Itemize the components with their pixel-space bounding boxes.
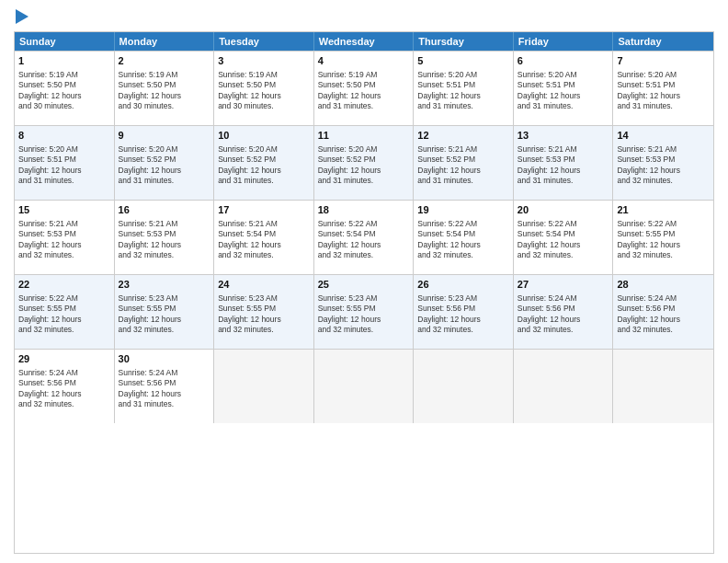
cell-info: Daylight: 12 hours <box>18 166 110 176</box>
cell-info: Sunrise: 5:20 AM <box>417 70 509 80</box>
calendar-cell: 19Sunrise: 5:22 AMSunset: 5:54 PMDayligh… <box>414 201 514 274</box>
calendar-cell: 20Sunrise: 5:22 AMSunset: 5:54 PMDayligh… <box>514 201 614 274</box>
cell-info: Sunset: 5:56 PM <box>18 378 110 388</box>
day-number: 13 <box>518 129 609 143</box>
page: SundayMondayTuesdayWednesdayThursdayFrid… <box>0 0 728 563</box>
calendar-cell: 23Sunrise: 5:23 AMSunset: 5:55 PMDayligh… <box>115 275 215 349</box>
cell-info: Sunrise: 5:23 AM <box>119 293 210 304</box>
day-number: 28 <box>617 278 710 292</box>
cell-info: Sunrise: 5:24 AM <box>18 368 110 378</box>
day-number: 16 <box>119 203 210 217</box>
cell-info: Sunrise: 5:20 AM <box>119 144 210 155</box>
cell-info: and 31 minutes. <box>318 176 410 186</box>
cell-info: Sunrise: 5:23 AM <box>417 293 509 304</box>
calendar-cell: 21Sunrise: 5:22 AMSunset: 5:55 PMDayligh… <box>613 201 713 274</box>
cell-info: and 31 minutes. <box>218 176 310 186</box>
cell-info: Daylight: 12 hours <box>617 91 710 101</box>
cell-info: Sunrise: 5:22 AM <box>318 219 410 229</box>
cell-info: Sunset: 5:51 PM <box>18 155 110 165</box>
cell-info: and 32 minutes. <box>417 325 509 335</box>
cell-info: Sunset: 5:54 PM <box>218 229 310 239</box>
cell-info: Sunset: 5:54 PM <box>518 229 609 239</box>
calendar-cell: 8Sunrise: 5:20 AMSunset: 5:51 PMDaylight… <box>15 126 115 200</box>
col-header-monday: Monday <box>115 32 215 51</box>
cell-info: Sunset: 5:55 PM <box>218 304 310 314</box>
col-header-wednesday: Wednesday <box>314 32 415 51</box>
calendar-cell: 10Sunrise: 5:20 AMSunset: 5:52 PMDayligh… <box>214 126 314 200</box>
cell-info: Sunrise: 5:19 AM <box>218 70 310 80</box>
cell-info: and 31 minutes. <box>417 176 509 186</box>
cell-info: and 30 minutes. <box>119 101 210 111</box>
cell-info: Sunset: 5:56 PM <box>617 304 710 314</box>
cell-info: Sunrise: 5:24 AM <box>617 293 710 304</box>
day-number: 7 <box>617 54 710 68</box>
day-number: 2 <box>119 54 210 68</box>
calendar-cell: 22Sunrise: 5:22 AMSunset: 5:55 PMDayligh… <box>15 275 115 349</box>
cell-info: Sunset: 5:55 PM <box>18 304 110 314</box>
logo-arrow-icon <box>16 9 28 24</box>
day-number: 30 <box>119 352 210 366</box>
cell-info: and 32 minutes. <box>617 250 710 260</box>
cell-info: Sunset: 5:53 PM <box>119 229 210 239</box>
calendar-row-1: 8Sunrise: 5:20 AMSunset: 5:51 PMDaylight… <box>15 125 713 200</box>
cell-info: and 32 minutes. <box>318 325 410 335</box>
calendar-cell <box>613 350 713 423</box>
cell-info: Sunset: 5:56 PM <box>518 304 609 314</box>
calendar-body: 1Sunrise: 5:19 AMSunset: 5:50 PMDaylight… <box>15 51 713 423</box>
cell-info: Daylight: 12 hours <box>18 389 110 399</box>
calendar: SundayMondayTuesdayWednesdayThursdayFrid… <box>14 31 714 554</box>
cell-info: Daylight: 12 hours <box>18 315 110 325</box>
cell-info: Daylight: 12 hours <box>119 166 210 176</box>
cell-info: Sunset: 5:50 PM <box>119 80 210 90</box>
cell-info: Sunrise: 5:21 AM <box>617 144 710 155</box>
cell-info: Sunrise: 5:19 AM <box>18 70 110 80</box>
calendar-cell: 16Sunrise: 5:21 AMSunset: 5:53 PMDayligh… <box>115 201 215 274</box>
day-number: 24 <box>218 278 310 292</box>
calendar-cell: 2Sunrise: 5:19 AMSunset: 5:50 PMDaylight… <box>115 52 215 125</box>
day-number: 29 <box>18 352 110 366</box>
cell-info: and 31 minutes. <box>18 176 110 186</box>
cell-info: Daylight: 12 hours <box>318 315 410 325</box>
cell-info: Sunrise: 5:20 AM <box>218 144 310 155</box>
cell-info: Daylight: 12 hours <box>18 91 110 101</box>
header <box>14 9 714 24</box>
calendar-cell <box>314 350 415 423</box>
cell-info: Daylight: 12 hours <box>218 315 310 325</box>
cell-info: Sunrise: 5:21 AM <box>119 219 210 229</box>
cell-info: Sunset: 5:55 PM <box>318 304 410 314</box>
day-number: 5 <box>417 54 509 68</box>
cell-info: Sunset: 5:55 PM <box>119 304 210 314</box>
cell-info: Sunrise: 5:20 AM <box>318 144 410 155</box>
cell-info: Daylight: 12 hours <box>119 315 210 325</box>
day-number: 3 <box>218 54 310 68</box>
cell-info: Daylight: 12 hours <box>417 240 509 250</box>
calendar-cell: 14Sunrise: 5:21 AMSunset: 5:53 PMDayligh… <box>613 126 713 200</box>
calendar-cell: 24Sunrise: 5:23 AMSunset: 5:55 PMDayligh… <box>214 275 314 349</box>
cell-info: Sunrise: 5:19 AM <box>318 70 410 80</box>
day-number: 20 <box>518 203 609 217</box>
cell-info: Daylight: 12 hours <box>318 91 410 101</box>
calendar-cell: 4Sunrise: 5:19 AMSunset: 5:50 PMDaylight… <box>314 52 415 125</box>
calendar-cell: 18Sunrise: 5:22 AMSunset: 5:54 PMDayligh… <box>314 201 415 274</box>
cell-info: Sunset: 5:51 PM <box>617 80 710 90</box>
calendar-cell: 3Sunrise: 5:19 AMSunset: 5:50 PMDaylight… <box>214 52 314 125</box>
cell-info: Sunset: 5:50 PM <box>18 80 110 90</box>
cell-info: Daylight: 12 hours <box>218 240 310 250</box>
cell-info: Sunset: 5:51 PM <box>417 80 509 90</box>
cell-info: Daylight: 12 hours <box>218 91 310 101</box>
cell-info: Sunset: 5:54 PM <box>417 229 509 239</box>
cell-info: Daylight: 12 hours <box>518 91 609 101</box>
calendar-cell: 17Sunrise: 5:21 AMSunset: 5:54 PMDayligh… <box>214 201 314 274</box>
cell-info: and 32 minutes. <box>617 325 710 335</box>
cell-info: Sunset: 5:53 PM <box>518 155 609 165</box>
logo <box>14 9 28 24</box>
cell-info: Daylight: 12 hours <box>119 91 210 101</box>
cell-info: Sunset: 5:56 PM <box>417 304 509 314</box>
calendar-cell: 12Sunrise: 5:21 AMSunset: 5:52 PMDayligh… <box>414 126 514 200</box>
cell-info: Sunset: 5:52 PM <box>218 155 310 165</box>
cell-info: Daylight: 12 hours <box>318 240 410 250</box>
cell-info: Daylight: 12 hours <box>218 166 310 176</box>
day-number: 27 <box>518 278 609 292</box>
cell-info: Daylight: 12 hours <box>617 315 710 325</box>
day-number: 21 <box>617 203 710 217</box>
